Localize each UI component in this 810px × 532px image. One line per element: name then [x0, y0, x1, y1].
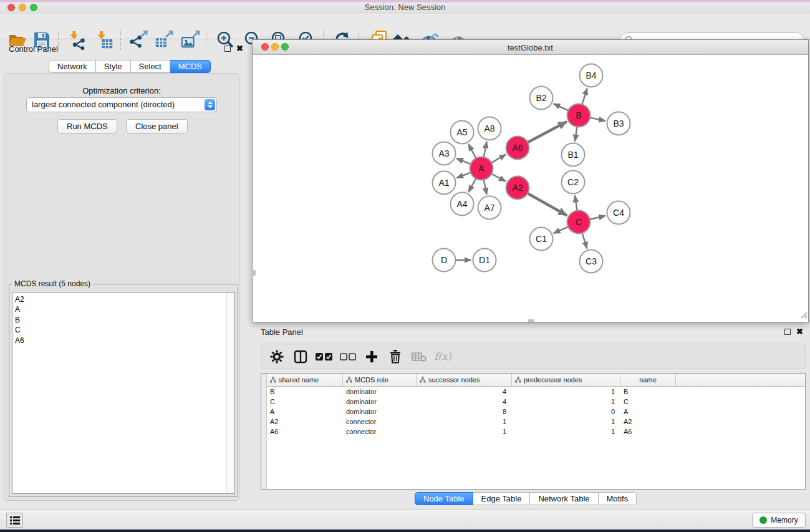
table-row[interactable]: Adominator80A [267, 407, 805, 417]
table-cell[interactable]: 1 [512, 388, 620, 395]
graph-node-A3[interactable]: A3 [433, 142, 456, 165]
graph-node-A8[interactable]: A8 [478, 117, 501, 140]
table-cell[interactable]: A [267, 408, 343, 415]
table-cell[interactable]: 0 [512, 408, 620, 415]
tab-select[interactable]: Select [131, 60, 170, 73]
graph-edge-A6-B[interactable] [528, 122, 567, 142]
graph-edge-B-B1[interactable] [575, 127, 577, 141]
close-panel-icon[interactable]: ✖ [236, 46, 243, 52]
show-columns-icon[interactable] [289, 346, 312, 368]
graph-edge-A-A3[interactable] [456, 158, 471, 164]
graph-edge-A-A5[interactable] [468, 144, 476, 158]
graph-edge-C-C2[interactable] [575, 195, 577, 210]
table-row[interactable]: Bdominator41B [267, 387, 805, 397]
mcds-result-item[interactable]: A [15, 304, 24, 314]
graph-node-B1[interactable]: B1 [562, 143, 585, 167]
delete-columns-icon[interactable] [383, 346, 407, 368]
table-cell[interactable]: dominator [343, 388, 417, 395]
mcds-result-item[interactable]: A6 [15, 336, 24, 346]
table-cell[interactable]: C [267, 398, 343, 405]
graph-node-A2[interactable]: A2 [506, 177, 529, 200]
network-window-titlebar[interactable]: testGlobe.txt [253, 40, 808, 55]
close-table-panel-icon[interactable]: ✖ [796, 329, 803, 335]
select-all-columns-icon[interactable] [312, 346, 336, 368]
graph-edge-C-C3[interactable] [582, 233, 587, 249]
task-history-button[interactable] [6, 513, 23, 528]
graph-node-C3[interactable]: C3 [580, 250, 603, 273]
tab-node-table[interactable]: Node Table [415, 492, 473, 505]
table-cell[interactable]: 1 [417, 428, 512, 435]
graph-edge-A-A8[interactable] [484, 142, 487, 157]
run-mcds-button[interactable]: Run MCDS [57, 119, 117, 133]
graph-edge-A-A1[interactable] [456, 173, 471, 178]
settings-gear-icon[interactable] [265, 346, 289, 368]
table-cell[interactable]: connector [343, 418, 417, 425]
column-header-name[interactable]: name [620, 374, 676, 386]
graph-node-B4[interactable]: B4 [580, 64, 603, 87]
import-network-icon[interactable] [65, 29, 88, 51]
table-row[interactable]: Cdominator41C [267, 397, 805, 407]
graph-node-B3[interactable]: B3 [607, 112, 630, 135]
table-cell[interactable]: 1 [512, 428, 620, 435]
close-panel-button[interactable]: Close panel [126, 119, 188, 133]
graph-node-C1[interactable]: C1 [530, 228, 553, 251]
add-column-icon[interactable] [360, 346, 383, 368]
table-cell[interactable]: 4 [417, 388, 512, 395]
criterion-select[interactable]: largest connected component (directed) [26, 97, 217, 112]
graph-node-A[interactable]: A [470, 157, 493, 180]
column-header-successor-nodes[interactable]: successor nodes [417, 374, 512, 386]
import-table-icon[interactable] [93, 29, 115, 51]
table-row[interactable]: A6connector11A6 [267, 427, 805, 437]
graph-node-C4[interactable]: C4 [607, 201, 630, 225]
graph-edge-A-A6[interactable] [491, 155, 506, 163]
graph-node-A6[interactable]: A6 [506, 137, 529, 160]
graph-edge-A-A2[interactable] [491, 174, 506, 181]
network-canvas[interactable]: B4B2BB3A8A5A6B1A3AC2A1A2A4A7C4CC1DD1C3 [253, 55, 808, 322]
tab-motifs[interactable]: Motifs [599, 492, 637, 505]
graph-node-C2[interactable]: C2 [562, 171, 585, 194]
column-header-shared-name[interactable]: shared name [267, 374, 343, 386]
graph-node-A7[interactable]: A7 [478, 196, 501, 220]
table-cell[interactable]: B [267, 388, 343, 395]
graph-edge-C-C1[interactable] [554, 227, 569, 234]
table-cell[interactable]: 1 [512, 398, 620, 405]
table-cell[interactable]: A [620, 408, 676, 415]
graph-edge-B-B3[interactable] [590, 118, 605, 121]
graph-edge-A-A7[interactable] [484, 180, 487, 195]
export-network-icon[interactable] [127, 29, 149, 51]
tab-network[interactable]: Network [49, 60, 96, 73]
float-table-panel-icon[interactable] [784, 329, 791, 335]
table-cell[interactable]: dominator [343, 398, 417, 405]
table-cell[interactable]: A2 [267, 418, 343, 425]
graph-edge-A-A4[interactable] [468, 178, 476, 192]
tab-edge-table[interactable]: Edge Table [473, 492, 531, 505]
unselect-all-columns-icon[interactable] [336, 346, 360, 368]
graph-node-C[interactable]: C [567, 211, 591, 234]
table-cell[interactable]: dominator [343, 408, 417, 415]
graph-node-A4[interactable]: A4 [451, 193, 474, 216]
table-cell[interactable]: A2 [620, 418, 676, 425]
graph-edge-B-B4[interactable] [582, 89, 587, 105]
table-cell[interactable]: 8 [417, 408, 512, 415]
mcds-result-item[interactable]: B [15, 315, 24, 325]
resize-grip[interactable] [799, 310, 808, 321]
table-cell[interactable]: 4 [417, 398, 512, 405]
graph-node-A1[interactable]: A1 [433, 172, 456, 195]
graph-edge-A2-C[interactable] [528, 193, 567, 215]
graph-node-A5[interactable]: A5 [451, 121, 474, 144]
graph-node-D1[interactable]: D1 [473, 249, 496, 272]
table-cell[interactable]: 1 [417, 418, 512, 425]
table-cell[interactable]: connector [343, 428, 417, 435]
float-panel-icon[interactable] [224, 46, 231, 52]
tab-mcds[interactable]: MCDS [170, 60, 211, 73]
graph-edge-C-C4[interactable] [590, 216, 605, 220]
graph-edge-B-B2[interactable] [553, 104, 568, 110]
table-row[interactable]: A2connector11A2 [267, 417, 805, 427]
tab-network-table[interactable]: Network Table [530, 492, 598, 505]
table-cell[interactable]: 1 [512, 418, 620, 425]
mcds-result-item[interactable]: C [15, 325, 24, 335]
export-image-icon[interactable] [179, 29, 201, 51]
tab-style[interactable]: Style [96, 60, 131, 73]
graph-node-B2[interactable]: B2 [530, 87, 553, 110]
mcds-result-item[interactable]: A2 [15, 294, 24, 304]
